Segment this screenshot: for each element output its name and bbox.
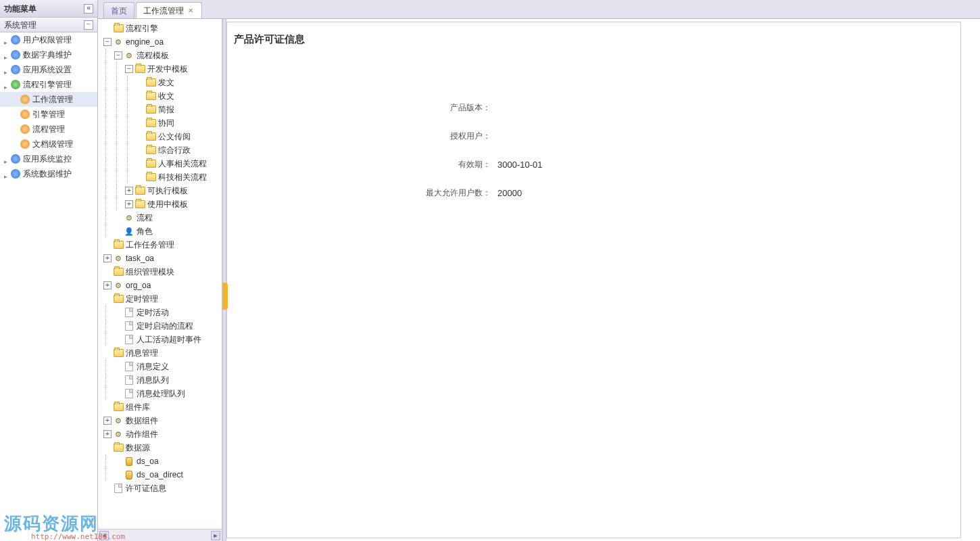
tree-node[interactable]: 工作任务管理 [101,238,222,252]
nav-item[interactable]: 应用系统监控 [0,151,97,166]
info-row: 产品版本： [268,93,960,122]
tree-node[interactable]: 科技相关流程 [101,170,222,184]
tree-node[interactable]: −⚙流程模板 [101,49,222,62]
folder-icon [145,91,156,101]
tree-node[interactable]: ds_oa_direct [101,468,222,481]
tree-toggle[interactable]: + [103,417,112,425]
tree-toggle[interactable]: − [125,65,133,73]
info-label: 最大允许用户数： [268,187,497,199]
nav-item[interactable]: 流程引擎管理 [0,77,97,92]
nav-item[interactable]: 数据字典维护 [0,47,97,62]
tree-node[interactable]: 👤角色 [101,225,222,238]
folder-icon [113,348,124,358]
tree-node[interactable]: 消息队列 [101,373,222,387]
tree-node[interactable]: +⚙org_oa [101,279,222,292]
tree-node[interactable]: 组织管理模块 [101,265,222,279]
nav-item[interactable]: 用户权限管理 [0,32,97,47]
tree-node[interactable]: 消息定义 [101,360,222,373]
folder-icon [134,185,145,196]
tab[interactable]: 首页 [103,2,134,18]
tab[interactable]: 工作流管理✕ [136,2,202,18]
tab-label: 工作流管理 [143,3,184,18]
tree-scroll[interactable]: 流程引擎−⚙engine_oa−⚙流程模板−开发中模板发文收文简报协同公文传阅综… [98,19,222,541]
tree-toggle[interactable]: + [103,254,112,262]
nav-label: 数据字典维护 [23,49,72,61]
tree-node[interactable]: ⚙流程 [101,211,222,225]
splitter[interactable] [222,19,226,541]
tree-node[interactable]: 数据源 [101,441,222,454]
tree-node[interactable]: ds_oa [101,454,222,468]
tree-label: 公文传阅 [158,131,191,143]
info-row: 授权用户： [268,122,960,150]
tree-node[interactable]: 定时活动 [101,306,222,319]
tree-toggle[interactable]: − [103,38,112,46]
tree-node[interactable]: +⚙task_oa [101,252,222,265]
sidebar-nav: 用户权限管理数据字典维护应用系统设置流程引擎管理工作流管理引擎管理流程管理文档级… [0,32,97,541]
nav-subitem[interactable]: 工作流管理 [0,92,97,107]
tree-node[interactable]: 人工活动超时事件 [101,333,222,346]
tree-toggle[interactable]: + [125,200,133,208]
tree-node[interactable]: 收文 [101,89,222,103]
tree-label: 收文 [158,91,174,102]
expand-arrow-icon [4,82,9,87]
tree-node[interactable]: 定时管理 [101,292,222,306]
nav-icon [11,35,20,45]
folder-icon [113,23,124,34]
tree-node[interactable]: +可执行模板 [101,184,222,197]
tree-node[interactable]: 协同 [101,116,222,130]
tree-node[interactable]: 消息处理队列 [101,387,222,400]
tree-node[interactable]: 发文 [101,76,222,89]
sidebar-section-header[interactable]: 系统管理 − [0,18,97,32]
tree-node[interactable]: 消息管理 [101,346,222,360]
tree-toggle[interactable]: + [125,187,133,195]
section-collapse-button[interactable]: − [84,20,93,30]
tree-node[interactable]: 简报 [101,103,222,116]
file-icon [124,321,134,331]
tree-node[interactable]: 综合行政 [101,143,222,157]
sidebar-section-label: 系统管理 [4,18,36,32]
tab-close-icon[interactable]: ✕ [187,3,195,18]
nav-icon [20,124,30,134]
nav-subitem[interactable]: 引擎管理 [0,107,97,122]
tree-node[interactable]: +使用中模板 [101,197,222,211]
tree-node[interactable]: 定时启动的流程 [101,319,222,333]
file-icon [124,375,134,385]
tree-label: 许可证信息 [126,483,166,494]
folder-icon [145,118,156,128]
tree-label: 消息队列 [137,375,169,386]
sidebar-title-text: 功能菜单 [4,0,36,18]
tree-node[interactable]: +⚙动作组件 [101,427,222,441]
nav-subitem[interactable]: 文档级管理 [0,137,97,151]
tree-node[interactable]: 流程引擎 [101,22,222,35]
tree-label: 消息管理 [126,348,158,359]
tree-node[interactable]: −开发中模板 [101,62,222,76]
tree-node[interactable]: 组件库 [101,400,222,414]
tree-label: ds_oa_direct [137,470,183,479]
tree-label: 流程模板 [137,50,169,62]
tree-label: 流程 [137,212,153,224]
nav-icon [11,50,20,60]
tree-node[interactable]: −⚙engine_oa [101,35,222,49]
nav-icon [20,139,30,149]
tree-label: 定时活动 [137,307,169,319]
tree-node[interactable]: 人事相关流程 [101,157,222,170]
hscroll-right-button[interactable]: ► [211,531,220,540]
tree-toggle[interactable]: − [114,51,122,60]
tree-toggle[interactable]: + [103,281,112,289]
tree-toggle[interactable]: + [103,430,112,438]
info-value: 3000-10-01 [497,160,543,170]
nav-item[interactable]: 应用系统设置 [0,62,97,77]
tree-label: 定时管理 [126,293,158,305]
tree-node[interactable]: 公文传阅 [101,130,222,143]
tree-label: 开发中模板 [147,64,188,75]
nav-item[interactable]: 系统数据维护 [0,166,97,181]
file-icon [124,388,134,399]
tree-label: 流程引擎 [126,23,158,34]
sidebar-collapse-button[interactable]: « [84,4,93,14]
nav-subitem[interactable]: 流程管理 [0,122,97,137]
nav-icon [11,80,20,89]
folder-icon [145,77,156,88]
tree-node[interactable]: 许可证信息 [101,481,222,495]
expand-arrow-icon [4,171,9,177]
tree-node[interactable]: +⚙数据组件 [101,414,222,427]
